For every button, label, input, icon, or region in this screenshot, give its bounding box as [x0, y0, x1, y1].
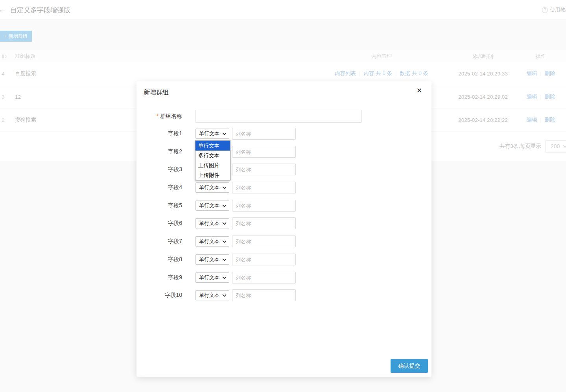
chevron-down-icon [222, 133, 227, 135]
field-row-7: 字段7 单行文本 [136, 236, 431, 247]
field-row-9: 字段9 单行文本 [136, 272, 431, 283]
field-label: 字段2 [136, 148, 182, 155]
column-name-input[interactable] [232, 236, 296, 247]
dropdown-option-upload-image[interactable]: 上传图片 [195, 160, 230, 170]
required-mark: * [157, 113, 159, 119]
chevron-down-icon [222, 204, 227, 207]
column-name-input[interactable] [232, 254, 296, 265]
chevron-down-icon [222, 222, 227, 225]
field-type-select[interactable]: 单行文本 [195, 236, 229, 247]
column-name-input[interactable] [232, 164, 296, 175]
field-row-10: 字段10 单行文本 [136, 289, 431, 301]
field-label: 字段3 [136, 166, 182, 173]
field-label: 字段7 [136, 238, 182, 245]
field-label: 字段10 [136, 292, 182, 299]
group-name-row: *群组名称 [136, 110, 431, 123]
column-name-input[interactable] [232, 272, 296, 283]
dropdown-option-single-line-text[interactable]: 单行文本 [195, 141, 230, 151]
field-type-select[interactable]: 单行文本 [195, 290, 229, 300]
column-name-input[interactable] [232, 128, 296, 140]
chevron-down-icon [222, 258, 227, 261]
field-type-select[interactable]: 单行文本 [195, 218, 229, 228]
field-label: 字段5 [136, 202, 182, 209]
modal-title: 新增群组 [144, 88, 169, 97]
field-type-select[interactable]: 单行文本 [195, 254, 229, 265]
chevron-down-icon [222, 186, 227, 189]
column-name-input[interactable] [232, 182, 296, 193]
field-row-4: 字段4 单行文本 [136, 182, 431, 193]
field-label: 字段6 [136, 220, 182, 227]
chevron-down-icon [222, 294, 227, 297]
field-type-select[interactable]: 单行文本 [195, 182, 229, 193]
column-name-input[interactable] [232, 289, 296, 301]
field-label: 字段4 [136, 184, 182, 191]
group-name-label: *群组名称 [136, 113, 182, 120]
column-name-input[interactable] [232, 200, 296, 212]
field-row-6: 字段6 单行文本 [136, 217, 431, 229]
column-name-input[interactable] [232, 146, 296, 158]
field-type-select[interactable]: 单行文本 [195, 201, 229, 211]
field-label: 字段8 [136, 256, 182, 263]
field-row-3: 字段3 单行文本 [136, 164, 431, 175]
add-group-modal: 新增群组 ✕ *群组名称 字段1 单行文本 字段2 单行文本 字段3 单行文本 … [136, 81, 431, 377]
chevron-down-icon [222, 276, 227, 279]
dropdown-option-multi-line-text[interactable]: 多行文本 [195, 151, 230, 160]
field-label: 字段9 [136, 274, 182, 281]
group-name-input[interactable] [195, 110, 362, 123]
field-type-select[interactable]: 单行文本 [195, 129, 229, 139]
field-row-1: 字段1 单行文本 [136, 128, 431, 140]
field-label: 字段1 [136, 130, 182, 137]
chevron-down-icon [222, 240, 227, 243]
field-type-select[interactable]: 单行文本 [195, 272, 229, 283]
field-row-2: 字段2 单行文本 [136, 146, 431, 158]
field-row-5: 字段5 单行文本 [136, 200, 431, 212]
field-type-dropdown: 单行文本 多行文本 上传图片 上传附件 [195, 140, 230, 180]
field-row-8: 字段8 单行文本 [136, 254, 431, 265]
dropdown-option-upload-attachment[interactable]: 上传附件 [195, 170, 230, 180]
confirm-submit-button[interactable]: 确认提交 [391, 359, 428, 373]
column-name-input[interactable] [232, 217, 296, 229]
close-icon[interactable]: ✕ [417, 86, 422, 95]
